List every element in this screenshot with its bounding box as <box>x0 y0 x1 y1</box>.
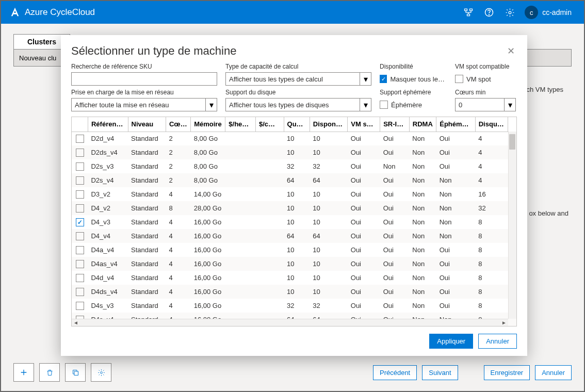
cell-ref[interactable]: D2s_v3 <box>88 159 128 173</box>
row-checkbox[interactable] <box>76 176 84 185</box>
compute-type-select[interactable]: Afficher tous les types de calcul <box>225 72 360 86</box>
save-button[interactable]: Enregistrer <box>484 365 530 380</box>
cell-available[interactable]: 10 <box>310 271 347 285</box>
table-row[interactable]: D4d_v4Standard416,00 Go1010OuiOuiNonOui8 <box>72 271 516 285</box>
scroll-right-icon[interactable]: ► <box>500 320 508 325</box>
row-checkbox[interactable] <box>76 302 84 310</box>
cell-quota[interactable]: 10 <box>284 285 310 299</box>
toolbar-settings-button[interactable] <box>91 363 111 382</box>
col-rdma[interactable]: RDMA <box>409 117 436 132</box>
cell-ref[interactable]: D4_v2 <box>88 201 128 215</box>
cell-quota[interactable]: 10 <box>284 201 310 215</box>
disk-support-select[interactable]: Afficher tous les types de disques <box>225 98 360 111</box>
copy-button[interactable] <box>65 363 86 382</box>
cell-quota[interactable]: 64 <box>284 229 310 243</box>
next-button[interactable]: Suivant <box>422 365 458 380</box>
help-icon[interactable] <box>483 7 495 18</box>
cell-available[interactable]: 10 <box>310 145 347 159</box>
col-disks[interactable]: Disques ... <box>475 117 508 132</box>
table-row[interactable]: D4_v4Standard416,00 Go6464OuiOuiNonNon8 <box>72 229 516 243</box>
cell-quota[interactable]: 64 <box>284 173 310 187</box>
row-checkbox[interactable] <box>76 246 84 254</box>
scrollbar-thumb[interactable] <box>509 134 515 150</box>
chevron-down-icon[interactable]: ▾ <box>360 98 371 111</box>
cell-available[interactable]: 10 <box>310 215 347 229</box>
cell-ref[interactable]: D4a_v4 <box>88 243 128 257</box>
table-row[interactable]: D2s_v3Standard28,00 Go3232OuiNonNonOui4 <box>72 159 516 173</box>
cancel-page-button[interactable]: Annuler <box>535 365 572 380</box>
col-level[interactable]: Niveau <box>128 117 166 132</box>
cell-quota[interactable]: 10 <box>284 257 310 271</box>
settings-icon[interactable] <box>504 7 515 18</box>
col-dollar-core[interactable]: $/cœur <box>256 117 284 132</box>
cell-quota[interactable]: 10 <box>284 187 310 201</box>
cell-available[interactable]: 10 <box>310 243 347 257</box>
col-vm-spot[interactable]: VM spot <box>348 117 380 132</box>
cell-quota[interactable]: 10 <box>284 243 310 257</box>
row-checkbox[interactable] <box>76 232 84 240</box>
vm-spot-checkbox[interactable] <box>455 75 463 83</box>
row-checkbox[interactable] <box>76 260 84 268</box>
cell-quota[interactable]: 10 <box>284 215 310 229</box>
col-checkbox[interactable] <box>72 117 88 132</box>
cell-available[interactable]: 32 <box>310 159 347 173</box>
network-support-select[interactable]: Afficher toute la mise en réseau <box>71 98 206 111</box>
col-memory[interactable]: Mémoire <box>191 117 225 132</box>
min-cores-select[interactable]: 0 <box>455 98 505 111</box>
cell-quota[interactable]: 10 <box>284 132 310 145</box>
col-available[interactable]: Disponible <box>310 117 347 132</box>
delete-button[interactable] <box>39 363 60 382</box>
previous-button[interactable]: Précédent <box>373 365 417 380</box>
table-row[interactable]: D4a_v4Standard416,00 Go1010OuiOuiNonOui8 <box>72 243 516 257</box>
table-row[interactable]: D2d_v4Standard28,00 Go1010OuiOuiNonOui4 <box>72 132 516 145</box>
col-dollar-hour[interactable]: $/heure <box>225 117 256 132</box>
table-row[interactable]: D2s_v4Standard28,00 Go6464OuiOuiNonNon4 <box>72 173 516 187</box>
cell-ref[interactable]: D2s_v4 <box>88 173 128 187</box>
table-row[interactable]: D4_v3Standard416,00 Go1010OuiOuiNonNon8 <box>72 215 516 229</box>
chevron-down-icon[interactable]: ▾ <box>360 72 371 86</box>
col-ephemeral[interactable]: Éphémère <box>436 117 476 132</box>
row-checkbox[interactable] <box>76 162 84 171</box>
user-menu[interactable]: c cc-admin <box>525 6 572 19</box>
cell-ref[interactable]: D4as_v4 <box>88 257 128 271</box>
table-row[interactable]: D4ds_v4Standard416,00 Go1010OuiOuiNonOui… <box>72 285 516 299</box>
chevron-down-icon[interactable]: ▾ <box>206 98 217 111</box>
scrollbar-horizontal[interactable]: ◄ ► <box>72 319 508 326</box>
scroll-left-icon[interactable]: ◄ <box>72 320 80 325</box>
network-icon[interactable] <box>463 7 474 18</box>
col-sriov[interactable]: SR-IOV <box>380 117 410 132</box>
col-quota[interactable]: Quota <box>284 117 310 132</box>
cell-ref[interactable]: D4_v3 <box>88 215 128 229</box>
cell-quota[interactable]: 32 <box>284 159 310 173</box>
col-reference[interactable]: Référenc... <box>88 117 128 132</box>
row-checkbox[interactable] <box>76 135 84 143</box>
cancel-button[interactable]: Annuler <box>478 334 517 349</box>
scrollbar-vertical[interactable] <box>508 132 516 319</box>
row-checkbox[interactable] <box>76 204 84 213</box>
col-cores[interactable]: Cœurs <box>166 117 190 132</box>
table-row[interactable]: D3_v2Standard414,00 Go1010OuiOuiNonNon16 <box>72 187 516 201</box>
table-row[interactable]: D2ds_v4Standard28,00 Go1010OuiOuiNonOui4 <box>72 145 516 159</box>
row-checkbox[interactable] <box>76 149 84 157</box>
cell-available[interactable]: 10 <box>310 285 347 299</box>
cell-ref[interactable]: D3_v2 <box>88 187 128 201</box>
table-row[interactable]: D4_v2Standard828,00 Go1010OuiOuiNonNon32 <box>72 201 516 215</box>
cell-ref[interactable]: D4ds_v4 <box>88 285 128 299</box>
cell-ref[interactable]: D4d_v4 <box>88 271 128 285</box>
row-checkbox[interactable] <box>76 288 84 296</box>
chevron-down-icon[interactable]: ▾ <box>505 98 516 111</box>
cell-available[interactable]: 64 <box>310 173 347 187</box>
table-row[interactable]: D4as_v4Standard416,00 Go1010OuiOuiNonOui… <box>72 257 516 271</box>
row-checkbox[interactable] <box>76 274 84 282</box>
add-cluster-button[interactable] <box>13 363 34 382</box>
apply-button[interactable]: Appliquer <box>429 334 473 349</box>
cell-available[interactable]: 10 <box>310 257 347 271</box>
cell-quota[interactable]: 10 <box>284 271 310 285</box>
cell-ref[interactable]: D2ds_v4 <box>88 145 128 159</box>
ephemeral-checkbox[interactable] <box>380 101 388 109</box>
cell-available[interactable]: 32 <box>310 299 347 313</box>
cell-ref[interactable]: D4_v4 <box>88 229 128 243</box>
cell-available[interactable]: 10 <box>310 187 347 201</box>
cell-available[interactable]: 10 <box>310 201 347 215</box>
hide-unavailable-checkbox[interactable] <box>380 75 387 83</box>
